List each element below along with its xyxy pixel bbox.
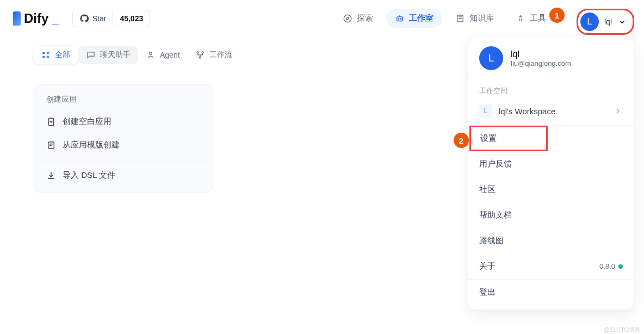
about-label: 关于 [479, 261, 496, 271]
svg-point-6 [47, 52, 48, 54]
create-from-template[interactable]: 从应用模版创建 [33, 133, 213, 157]
workspace-avatar: L [479, 104, 492, 117]
agent-icon [146, 50, 156, 60]
avatar: L [479, 46, 503, 70]
menu-community[interactable]: 社区 [468, 177, 634, 202]
help-label: 帮助文档 [479, 210, 512, 220]
nav: 探索 工作室 知识库 工具 [334, 9, 555, 28]
github-icon [79, 14, 89, 23]
user-menu-button[interactable]: L lql [577, 9, 634, 35]
wrench-icon [516, 14, 525, 23]
version-badge: 0.8.0 [599, 262, 623, 270]
menu-roadmap[interactable]: 路线图 [468, 228, 634, 253]
svg-point-10 [197, 52, 199, 53]
github-star-label: Star [92, 14, 107, 23]
github-count: 45,023 [113, 11, 150, 26]
card-divider [33, 160, 213, 160]
community-label: 社区 [479, 184, 496, 195]
settings-label: 设置 [480, 133, 497, 144]
nav-explore-label: 探索 [357, 13, 373, 23]
robot-icon [395, 14, 405, 23]
nav-tools-label: 工具 [530, 13, 546, 23]
annotation-badge-1: 1 [549, 8, 565, 23]
compass-icon [343, 14, 352, 23]
create-template-label: 从应用模版创建 [63, 140, 120, 150]
book-icon [455, 14, 465, 23]
status-dot-icon [618, 264, 623, 269]
github-left: Star [73, 10, 113, 27]
github-star-button[interactable]: Star 45,023 [72, 10, 151, 27]
tab-agent-label: Agent [160, 51, 180, 59]
svg-point-3 [401, 18, 402, 20]
logo[interactable]: Dify_ [13, 11, 59, 26]
user-dropdown: L lql liu@qianglong.com 工作空间 L lql's Wor… [468, 36, 634, 310]
logo-text: Dify [24, 11, 48, 26]
menu-settings[interactable]: 设置 [469, 126, 548, 151]
menu-logout[interactable]: 登出 [468, 280, 634, 305]
roadmap-label: 路线图 [479, 236, 504, 246]
tab-chat[interactable]: 聊天助手 [78, 46, 138, 64]
nav-knowledge[interactable]: 知识库 [447, 9, 503, 28]
feedback-label: 用户反馈 [479, 159, 512, 169]
nav-explore[interactable]: 探索 [334, 9, 382, 28]
chevron-down-icon [617, 17, 627, 27]
tab-agent[interactable]: Agent [138, 46, 188, 64]
version-text: 0.8.0 [599, 262, 615, 270]
logout-label: 登出 [479, 287, 496, 298]
annotation-badge-2: 2 [454, 133, 469, 148]
tab-all-label: 全部 [55, 50, 70, 60]
workspace-section-title: 工作空间 [468, 78, 634, 100]
menu-feedback[interactable]: 用户反馈 [468, 151, 634, 177]
workspace-name: lql's Workspace [499, 107, 555, 116]
import-dsl[interactable]: 导入 DSL 文件 [33, 164, 213, 187]
file-plus-icon [46, 117, 56, 127]
import-icon [46, 171, 56, 181]
nav-knowledge-label: 知识库 [469, 13, 494, 23]
template-icon [46, 140, 56, 150]
avatar: L [580, 13, 599, 31]
import-dsl-label: 导入 DSL 文件 [63, 170, 115, 181]
svg-point-9 [150, 52, 152, 55]
svg-point-8 [47, 56, 48, 58]
svg-point-12 [199, 57, 201, 58]
nav-tools[interactable]: 工具 [507, 9, 555, 28]
dropdown-header: L lql liu@qianglong.com [468, 36, 634, 78]
svg-point-7 [43, 56, 45, 58]
svg-point-2 [398, 18, 399, 20]
create-blank-app[interactable]: 创建空白应用 [33, 110, 213, 133]
user-name: lql [604, 17, 612, 26]
nav-workspace-label: 工作室 [409, 13, 434, 23]
workspace-item[interactable]: L lql's Workspace [468, 100, 634, 125]
menu-help[interactable]: 帮助文档 [468, 202, 634, 228]
create-app-card: 创建应用 创建空白应用 从应用模版创建 导入 DSL 文件 [33, 84, 213, 193]
logo-mark-icon [13, 11, 21, 26]
header: Dify_ Star 45,023 探索 工作室 知识库 工具 [0, 0, 644, 36]
watermark: @51CTO博客 [604, 326, 641, 334]
svg-rect-15 [48, 142, 54, 149]
logo-cursor: _ [52, 11, 59, 26]
svg-point-5 [43, 52, 45, 54]
tab-workflow-label: 工作流 [209, 50, 232, 60]
dropdown-email: liu@qianglong.com [511, 59, 571, 67]
chat-icon [86, 50, 96, 60]
tab-chat-label: 聊天助手 [100, 50, 131, 60]
create-blank-label: 创建空白应用 [63, 116, 112, 127]
tab-workflow[interactable]: 工作流 [188, 46, 240, 64]
grid-icon [41, 50, 51, 60]
menu-about[interactable]: 关于 0.8.0 [468, 253, 634, 279]
svg-point-0 [344, 15, 351, 22]
nav-workspace[interactable]: 工作室 [386, 9, 442, 28]
svg-point-11 [202, 52, 203, 53]
dropdown-name: lql [511, 50, 571, 59]
card-title: 创建应用 [33, 95, 213, 110]
chevron-right-icon [613, 106, 623, 116]
workflow-icon [195, 50, 205, 60]
tab-all[interactable]: 全部 [33, 45, 78, 65]
